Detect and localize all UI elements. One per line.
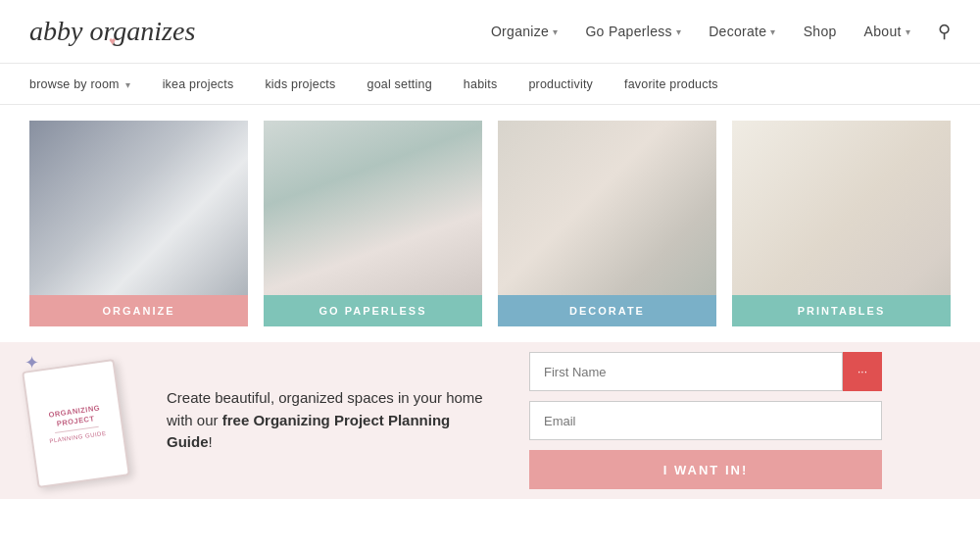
book-visual: ORGANIZING PROJECT planning guide xyxy=(22,359,130,488)
nav-item-decorate[interactable]: Decorate ▾ xyxy=(709,24,776,39)
card-organize[interactable]: ORGANIZE xyxy=(29,121,248,326)
chevron-down-icon: ▾ xyxy=(553,26,558,37)
cta-text: Create beautiful, organized spaces in yo… xyxy=(167,387,500,454)
email-row xyxy=(529,401,882,440)
cta-section: ✦ ORGANIZING PROJECT planning guide Crea… xyxy=(0,342,980,499)
subnav-productivity[interactable]: productivity xyxy=(513,77,609,91)
subnav-browse-by-room[interactable]: browse by room ▾ xyxy=(29,77,147,91)
subnav-ikea-projects[interactable]: ikea projects xyxy=(147,77,250,91)
card-go-paperless[interactable]: GO PAPERLESS xyxy=(264,121,482,326)
card-printables-label: PRINTABLES xyxy=(732,295,951,326)
card-printables[interactable]: PRINTABLES xyxy=(732,121,951,326)
subnav-favorite-products[interactable]: favorite products xyxy=(609,77,734,91)
subnav-goal-setting[interactable]: goal setting xyxy=(351,77,447,91)
logo-heart: ♥ xyxy=(109,34,116,49)
cta-text-after: ! xyxy=(209,433,213,450)
subnav-habits[interactable]: habits xyxy=(448,77,514,91)
nav-item-shop[interactable]: Shop xyxy=(804,24,837,39)
card-organize-label: ORGANIZE xyxy=(29,295,248,326)
email-input[interactable] xyxy=(529,401,882,440)
cta-paragraph: Create beautiful, organized spaces in yo… xyxy=(167,387,500,454)
logo[interactable]: abby organizes ♥ xyxy=(29,16,195,47)
main-nav: Organize ▾ Go Paperless ▾ Decorate ▾ Sho… xyxy=(491,21,951,42)
card-decorate-label: DECORATE xyxy=(498,295,716,326)
first-name-row: ··· xyxy=(529,352,882,391)
signup-form: ··· I WANT IN! xyxy=(529,352,882,489)
chevron-down-icon: ▾ xyxy=(676,26,681,37)
book-title-line1: ORGANIZING PROJECT xyxy=(37,402,113,431)
search-button[interactable]: ⚲ xyxy=(938,21,951,42)
subnav-kids-projects[interactable]: kids projects xyxy=(249,77,351,91)
nav-item-go-paperless[interactable]: Go Paperless ▾ xyxy=(585,24,681,39)
card-paperless-label: GO PAPERLESS xyxy=(264,295,482,326)
submit-button[interactable]: I WANT IN! xyxy=(529,450,882,489)
image-grid: ORGANIZE GO PAPERLESS DECORATE PRINTABLE… xyxy=(0,121,980,326)
nav-item-organize[interactable]: Organize ▾ xyxy=(491,24,559,39)
chevron-down-icon: ▾ xyxy=(906,26,910,37)
subnav: browse by room ▾ ikea projects kids proj… xyxy=(0,64,980,105)
first-name-input[interactable] xyxy=(529,352,843,391)
nav-item-about[interactable]: About ▾ xyxy=(864,24,910,39)
book-image: ✦ ORGANIZING PROJECT planning guide xyxy=(29,357,137,484)
card-decorate[interactable]: DECORATE xyxy=(498,121,716,326)
header: abby organizes ♥ Organize ▾ Go Paperless… xyxy=(0,0,980,64)
chevron-down-icon: ▾ xyxy=(125,79,130,90)
form-extras-button[interactable]: ··· xyxy=(843,352,882,391)
chevron-down-icon: ▾ xyxy=(770,26,775,37)
